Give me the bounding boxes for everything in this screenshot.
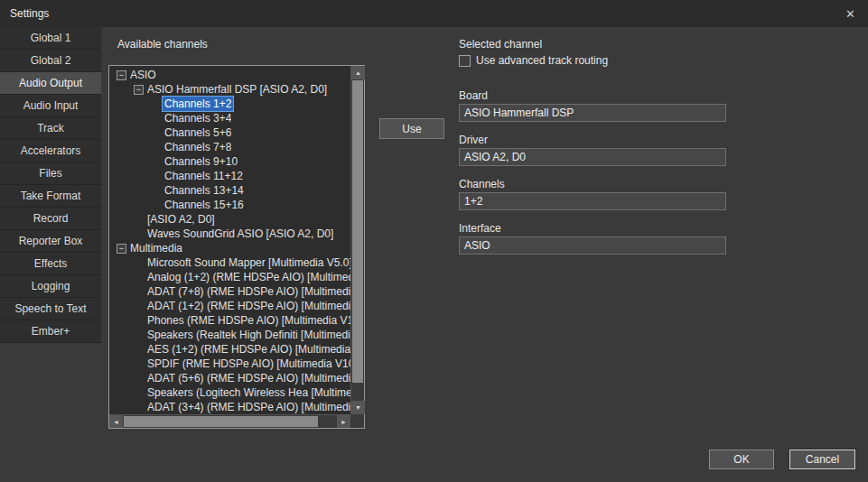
titlebar: Settings ✕ <box>0 0 868 27</box>
cancel-button[interactable]: Cancel <box>789 450 855 469</box>
tree-item[interactable]: Channels 7+8 <box>109 140 350 154</box>
tree-item-label: Microsoft Sound Mapper [Multimedia V5.0] <box>147 255 350 270</box>
board-label: Board <box>459 89 488 102</box>
ok-button[interactable]: OK <box>709 450 774 469</box>
tree-item[interactable]: ADAT (1+2) (RME HDSPe AIO) [Multimedia V… <box>109 299 350 313</box>
tree-item-label: Channels 11+12 <box>164 169 243 183</box>
board-field[interactable]: ASIO Hammerfall DSP <box>459 104 726 122</box>
use-button[interactable]: Use <box>379 118 444 139</box>
tree-item[interactable]: Speakers (Realtek High Definiti [Multime… <box>109 328 350 342</box>
window-title: Settings <box>10 7 49 20</box>
scroll-right-button[interactable]: ► <box>337 415 350 428</box>
tree-item-label: ADAT (1+2) (RME HDSPe AIO) [Multimedia V… <box>147 299 350 313</box>
tree-item-label: Phones (RME HDSPe AIO) [Multimedia V10.0 <box>147 313 350 328</box>
tree-item[interactable]: −ASIO <box>109 68 350 82</box>
tree-item[interactable]: Microsoft Sound Mapper [Multimedia V5.0] <box>109 255 350 270</box>
driver-label: Driver <box>459 134 488 146</box>
tree-item[interactable]: [ASIO A2, D0] <box>109 212 350 227</box>
horizontal-scrollbar[interactable]: ◄ ► <box>109 414 350 428</box>
tree-item-label: Channels 9+10 <box>164 154 238 169</box>
channels-label: Channels <box>459 178 505 190</box>
interface-label: Interface <box>459 222 501 235</box>
sidebar-item-accelerators[interactable]: Accelerators <box>0 140 101 162</box>
tree-item-label: Multimedia <box>130 241 182 255</box>
tree-item-label: [ASIO A2, D0] <box>147 212 215 227</box>
tree-item-label: ASIO Hammerfall DSP [ASIO A2, D0] <box>147 82 327 97</box>
collapse-icon[interactable]: − <box>117 244 126 254</box>
available-channels-label: Available channels <box>117 38 208 51</box>
tree-item-label: ADAT (3+4) (RME HDSPe AIO) [Multimedia V <box>147 400 350 414</box>
tree-item[interactable]: ADAT (3+4) (RME HDSPe AIO) [Multimedia V <box>109 400 350 414</box>
driver-field[interactable]: ASIO A2, D0 <box>459 148 726 166</box>
tree-item[interactable]: ADAT (5+6) (RME HDSPe AIO) [Multimedia V… <box>109 371 350 385</box>
tree-item[interactable]: Channels 5+6 <box>109 125 350 140</box>
channel-tree: −ASIO−ASIO Hammerfall DSP [ASIO A2, D0]C… <box>109 66 350 414</box>
selected-channel-label: Selected channel <box>459 38 542 51</box>
tree-item-label: Speakers (Logitech Wireless Hea [Multime… <box>147 385 350 400</box>
scroll-up-button[interactable]: ▲ <box>351 66 365 79</box>
tree-item[interactable]: Channels 13+14 <box>109 183 350 198</box>
scroll-down-button[interactable]: ▼ <box>351 401 365 414</box>
tree-item-label: Channels 5+6 <box>164 125 231 140</box>
tree-item-label: ADAT (5+6) (RME HDSPe AIO) [Multimedia V… <box>147 371 350 385</box>
collapse-icon[interactable]: − <box>134 85 144 95</box>
tree-item[interactable]: Phones (RME HDSPe AIO) [Multimedia V10.0 <box>109 313 350 328</box>
tree-item-label: Channels 13+14 <box>164 183 244 198</box>
available-channels-list[interactable]: −ASIO−ASIO Hammerfall DSP [ASIO A2, D0]C… <box>108 65 365 429</box>
tree-item[interactable]: Channels 11+12 <box>109 169 350 183</box>
advanced-routing-checkbox[interactable] <box>459 55 471 67</box>
sidebar-item-files[interactable]: Files <box>0 162 101 185</box>
vertical-scroll-thumb[interactable] <box>352 80 363 383</box>
horizontal-scroll-thumb[interactable] <box>124 416 318 427</box>
tree-item[interactable]: Channels 9+10 <box>109 154 350 169</box>
channels-field[interactable]: 1+2 <box>459 192 726 210</box>
tree-item-label: AES (1+2) (RME HDSPe AIO) [Multimedia V1… <box>147 342 350 357</box>
tree-item-label: Channels 1+2 <box>163 97 233 111</box>
tree-item[interactable]: Waves SoundGrid ASIO [ASIO A2, D0] <box>109 227 350 241</box>
tree-item-label: Speakers (Realtek High Definiti [Multime… <box>147 328 350 342</box>
interface-field[interactable]: ASIO <box>459 236 726 255</box>
sidebar-item-ember-[interactable]: Ember+ <box>0 320 101 343</box>
sidebar-item-take-format[interactable]: Take Format <box>0 185 101 208</box>
tree-item[interactable]: ADAT (7+8) (RME HDSPe AIO) [Multimedia V… <box>109 284 350 299</box>
tree-item-label: Channels 3+4 <box>164 111 231 125</box>
sidebar-item-reporter-box[interactable]: Reporter Box <box>0 230 101 253</box>
sidebar-item-track[interactable]: Track <box>0 117 101 140</box>
advanced-routing-label[interactable]: Use advanced track routing <box>476 54 608 67</box>
tree-item-label: ADAT (7+8) (RME HDSPe AIO) [Multimedia V… <box>147 284 350 299</box>
settings-sidebar: Global 1Global 2Audio OutputAudio InputT… <box>0 27 101 343</box>
tree-item-label: ASIO <box>130 68 156 82</box>
collapse-icon[interactable]: − <box>117 70 126 80</box>
tree-item-label: SPDIF (RME HDSPe AIO) [Multimedia V10.0] <box>147 357 350 371</box>
sidebar-item-audio-input[interactable]: Audio Input <box>0 95 101 117</box>
tree-item-label: Waves SoundGrid ASIO [ASIO A2, D0] <box>147 227 333 241</box>
tree-item-label: Analog (1+2) (RME HDSPe AIO) [Multimedia… <box>147 270 350 284</box>
tree-item[interactable]: −Multimedia <box>109 241 350 255</box>
sidebar-item-effects[interactable]: Effects <box>0 253 101 275</box>
tree-item[interactable]: Analog (1+2) (RME HDSPe AIO) [Multimedia… <box>109 270 350 284</box>
tree-item[interactable]: AES (1+2) (RME HDSPe AIO) [Multimedia V1… <box>109 342 350 357</box>
sidebar-item-global-1[interactable]: Global 1 <box>0 27 101 50</box>
tree-item[interactable]: −ASIO Hammerfall DSP [ASIO A2, D0] <box>109 82 350 97</box>
scroll-left-button[interactable]: ◄ <box>109 415 123 428</box>
advanced-routing-row: Use advanced track routing <box>459 54 608 67</box>
tree-item-label: Channels 7+8 <box>164 140 231 154</box>
tree-item[interactable]: Channels 15+16 <box>109 198 350 212</box>
sidebar-item-logging[interactable]: Logging <box>0 275 101 298</box>
sidebar-item-audio-output[interactable]: Audio Output <box>0 72 101 95</box>
tree-item[interactable]: SPDIF (RME HDSPe AIO) [Multimedia V10.0] <box>109 357 350 371</box>
close-icon[interactable]: ✕ <box>845 0 855 27</box>
tree-item[interactable]: Channels 3+4 <box>109 111 350 125</box>
sidebar-item-speech-to-text[interactable]: Speech to Text <box>0 298 101 320</box>
tree-item[interactable]: Speakers (Logitech Wireless Hea [Multime… <box>109 385 350 400</box>
sidebar-item-record[interactable]: Record <box>0 208 101 230</box>
tree-item[interactable]: Channels 1+2 <box>109 97 350 111</box>
vertical-scrollbar[interactable]: ▲ ▼ <box>350 66 364 414</box>
sidebar-item-global-2[interactable]: Global 2 <box>0 50 101 72</box>
tree-item-label: Channels 15+16 <box>164 198 244 212</box>
scrollbar-corner <box>350 414 364 428</box>
